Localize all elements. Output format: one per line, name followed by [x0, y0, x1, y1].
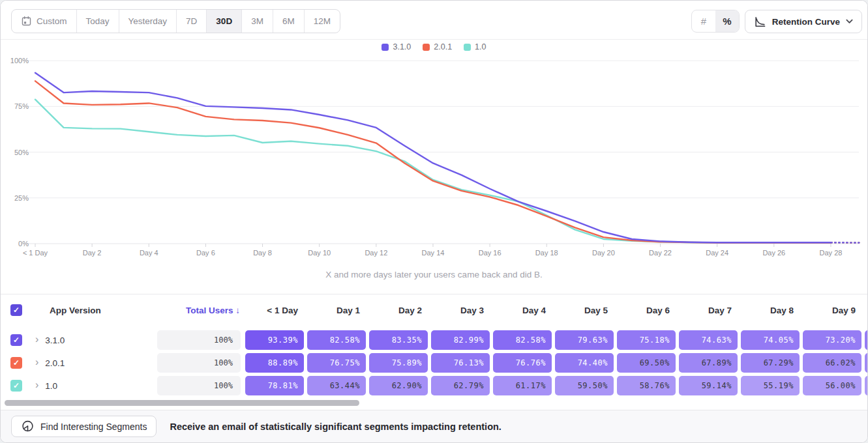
series-line-1.0[interactable]	[35, 100, 831, 243]
retention-cell-day-6[interactable]: 75.18%	[617, 330, 676, 350]
table-row-1.0: ✓›1.0100%78.81%63.44%62.90%62.79%61.17%5…	[1, 376, 867, 395]
range-button-custom[interactable]: Custom	[12, 10, 77, 33]
x-axis-label: Day 16	[479, 249, 501, 257]
retention-cell-day-9[interactable]: 73.20%	[803, 330, 861, 350]
range-button-3m[interactable]: 3M	[242, 10, 273, 33]
range-button-today[interactable]: Today	[77, 10, 119, 33]
table-body: ✓›3.1.0100%93.39%82.58%83.35%82.99%82.58…	[1, 330, 867, 395]
x-axis-label: Day 18	[535, 249, 558, 257]
y-axis-label: 50%	[14, 149, 29, 156]
range-button-12m[interactable]: 12M	[305, 10, 340, 33]
select-all-checkbox[interactable]: ✓	[10, 304, 22, 316]
row-checkbox-3.1.0[interactable]: ✓	[10, 334, 22, 346]
segment-circle-icon	[21, 420, 35, 433]
find-interesting-segments-button[interactable]: Find Interesting Segments	[11, 416, 157, 437]
column-header-total-users[interactable]: Total Users ↓	[157, 306, 245, 315]
retention-cell-day-1[interactable]: 63.44%	[307, 376, 366, 395]
range-label: 7D	[186, 16, 197, 26]
retention-cell-overflow	[865, 330, 868, 350]
retention-cell-day-0[interactable]: 78.81%	[245, 376, 304, 395]
retention-cell-day-5[interactable]: 74.40%	[555, 353, 614, 373]
value-format-toggle: #%	[691, 10, 740, 33]
chevron-right-icon[interactable]: ›	[35, 380, 38, 390]
range-label: 3M	[251, 16, 263, 26]
x-axis-label: Day 10	[308, 249, 331, 257]
y-axis-label: 75%	[14, 102, 29, 110]
y-axis-label: 100%	[10, 57, 29, 64]
column-header-day-3: Day 3	[431, 306, 493, 315]
legend-label: 2.0.1	[434, 42, 452, 51]
column-header-day-2: Day 2	[369, 306, 431, 315]
column-header-day-8: Day 8	[741, 306, 803, 315]
chevron-right-icon[interactable]: ›	[35, 334, 38, 345]
range-button-7d[interactable]: 7D	[177, 10, 207, 33]
retention-cell-overflow	[865, 353, 868, 373]
toolbar: CustomTodayYesterday7D30D3M6M12M #% Rete…	[1, 1, 867, 40]
retention-cell-day-0[interactable]: 88.89%	[245, 353, 304, 373]
retention-cell-day-8[interactable]: 55.19%	[741, 376, 800, 395]
retention-cell-day-9[interactable]: 66.02%	[803, 353, 861, 373]
retention-cell-day-2[interactable]: 62.90%	[369, 376, 428, 395]
x-axis-label: Day 8	[253, 249, 272, 257]
retention-cell-day-3[interactable]: 62.79%	[431, 376, 490, 395]
column-header-day-9: Day 9	[803, 306, 865, 315]
retention-cell-day-4[interactable]: 61.17%	[493, 376, 552, 395]
retention-cell-day-5[interactable]: 79.63%	[555, 330, 614, 350]
table-header-row: ✓ App Version Total Users ↓ < 1 DayDay 1…	[1, 294, 867, 326]
retention-cell-day-1[interactable]: 82.58%	[307, 330, 366, 350]
row-name-cell: ›2.0.1	[32, 358, 157, 368]
retention-cell-day-0[interactable]: 93.39%	[245, 330, 304, 350]
retention-cell-day-3[interactable]: 82.99%	[431, 330, 490, 350]
chevron-right-icon[interactable]: ›	[35, 357, 38, 367]
table-row-3.1.0: ✓›3.1.0100%93.39%82.58%83.35%82.99%82.58…	[1, 330, 867, 350]
retention-cell-day-1[interactable]: 76.75%	[307, 353, 366, 373]
retention-cell-day-8[interactable]: 74.05%	[741, 330, 800, 350]
x-axis-label: Day 14	[422, 249, 445, 257]
x-axis-label: Day 4	[140, 249, 158, 257]
retention-cell-day-8[interactable]: 67.29%	[741, 353, 800, 373]
retention-chart[interactable]: 0%25%50%75%100%< 1 DayDay 2Day 4Day 6Day…	[1, 56, 868, 261]
x-axis-label: < 1 Day	[23, 249, 48, 257]
legend-item-3.1.0: 3.1.0	[382, 42, 411, 51]
row-checkbox-2.0.1[interactable]: ✓	[10, 357, 22, 369]
row-checkbox-1.0[interactable]: ✓	[10, 380, 22, 392]
retention-cell-day-2[interactable]: 83.35%	[369, 330, 428, 350]
retention-cell-day-5[interactable]: 59.50%	[555, 376, 614, 395]
app-version-label: 2.0.1	[45, 358, 65, 368]
series-line-3.1.0[interactable]	[35, 73, 831, 243]
table-row-2.0.1: ✓›2.0.1100%88.89%76.75%75.89%76.13%76.76…	[1, 353, 867, 373]
column-header-app-version: App Version	[32, 306, 157, 315]
retention-cell-day-3[interactable]: 76.13%	[431, 353, 490, 373]
retention-cell-day-7[interactable]: 74.63%	[679, 330, 738, 350]
column-header-day-4: Day 4	[493, 306, 555, 315]
series-line-2.0.1[interactable]	[35, 81, 831, 242]
range-button-6m[interactable]: 6M	[273, 10, 305, 33]
legend-swatch	[464, 44, 471, 51]
retention-cell-overflow	[865, 376, 868, 395]
range-button-30d[interactable]: 30D	[207, 10, 242, 33]
legend-swatch	[382, 44, 389, 51]
range-label: 6M	[282, 16, 295, 26]
range-label: Today	[86, 16, 110, 26]
retention-table: ✓ App Version Total Users ↓ < 1 DayDay 1…	[1, 294, 867, 399]
range-label: Custom	[37, 16, 67, 26]
total-users-cell: 100%	[157, 353, 241, 373]
column-header--1-day: < 1 Day	[245, 306, 307, 315]
retention-cell-day-7[interactable]: 59.14%	[679, 376, 738, 395]
retention-cell-day-9[interactable]: 56.00%	[803, 376, 861, 395]
sort-desc-arrow: ↓	[235, 306, 240, 315]
retention-cell-day-4[interactable]: 76.76%	[493, 353, 552, 373]
retention-cell-day-6[interactable]: 58.76%	[617, 376, 676, 395]
format-button-percentages[interactable]: %	[715, 10, 739, 32]
x-axis-label: Day 28	[820, 249, 843, 257]
retention-cell-day-4[interactable]: 82.58%	[493, 330, 552, 350]
retention-cell-day-7[interactable]: 67.89%	[679, 353, 738, 373]
chart-type-dropdown[interactable]: Retention Curve	[745, 10, 862, 33]
column-header-day-7: Day 7	[679, 306, 741, 315]
range-button-yesterday[interactable]: Yesterday	[119, 10, 177, 33]
horizontal-scrollbar-thumb[interactable]	[5, 400, 359, 406]
retention-cell-day-2[interactable]: 75.89%	[369, 353, 428, 373]
format-button-absolute-numbers[interactable]: #	[692, 10, 715, 32]
row-name-cell: ›3.1.0	[32, 335, 157, 345]
retention-cell-day-6[interactable]: 69.50%	[617, 353, 676, 373]
